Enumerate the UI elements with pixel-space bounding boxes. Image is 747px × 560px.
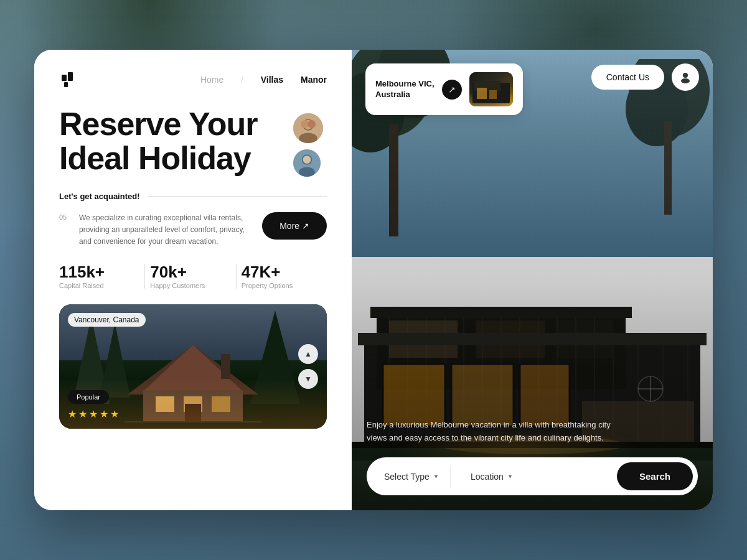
avatar-2 <box>292 148 322 178</box>
subtitle-row: Let's get acquainted! <box>59 192 327 201</box>
svg-rect-28 <box>664 121 672 215</box>
svg-rect-20 <box>221 354 230 379</box>
location-label: Location <box>471 472 504 482</box>
right-panel: Contact Us Melbourne VIC, Australia ↗ <box>352 50 713 510</box>
card-nav-up[interactable]: ▲ <box>298 344 318 364</box>
svg-rect-2 <box>64 82 68 87</box>
svg-rect-58 <box>370 307 632 318</box>
svg-rect-50 <box>520 364 570 426</box>
location-info: Melbourne VIC, Australia <box>375 79 435 100</box>
subtitle-text: Let's get acquainted! <box>59 192 140 201</box>
location-thumbnail <box>469 72 513 106</box>
stars-row: ★ ★ ★ ★ ★ <box>68 408 119 420</box>
stat-properties-value: 47K+ <box>242 263 322 281</box>
stat-capital-value: 115k+ <box>59 263 139 281</box>
star-3: ★ <box>89 408 98 420</box>
svg-point-65 <box>683 73 688 78</box>
hero-section: Reserve Your Ideal Holiday <box>59 107 327 180</box>
hero-title-line2: Ideal Holiday <box>59 141 257 175</box>
location-dropdown[interactable]: Location ▾ <box>458 465 609 488</box>
description-row: 05 We specialize in curating exceptional… <box>59 212 327 248</box>
left-panel: Home / Villas Manor Reserve Your Ideal H… <box>34 50 352 510</box>
stat-capital: 115k+ Capital Raised <box>59 263 144 290</box>
search-button[interactable]: Search <box>617 462 693 490</box>
select-type-chevron: ▾ <box>435 473 438 480</box>
svg-rect-57 <box>358 333 707 345</box>
stats-row: 115k+ Capital Raised 70k+ Happy Customer… <box>59 263 327 290</box>
bottom-section: Enjoy a luxurious Melbourne vacation in … <box>352 419 713 510</box>
property-card: Vancouver, Canada ▲ ▼ Popular ★ ★ ★ ★ ★ <box>59 304 327 429</box>
nav-villas[interactable]: Villas <box>261 75 283 85</box>
nav-links: Home / Villas Manor <box>200 75 327 85</box>
stat-properties: 47K+ Property Options <box>237 263 327 290</box>
property-location-label: Vancouver, Canada <box>68 313 146 327</box>
svg-point-11 <box>303 156 311 164</box>
logo[interactable] <box>59 70 79 90</box>
location-chevron: ▾ <box>509 473 512 480</box>
caption-text: Enjoy a luxurious Melbourne vacation in … <box>367 419 628 445</box>
svg-point-7 <box>301 120 309 128</box>
contact-button[interactable]: Contact Us <box>591 65 664 90</box>
stat-customers-label: Happy Customers <box>150 282 230 289</box>
stat-properties-label: Property Options <box>242 282 322 289</box>
thumb-window <box>477 88 487 99</box>
location-card: Melbourne VIC, Australia ↗ <box>365 63 523 115</box>
desc-number: 05 <box>59 212 70 221</box>
star-4: ★ <box>100 408 108 420</box>
location-name-line1: Melbourne VIC, <box>375 79 435 90</box>
profile-button[interactable] <box>672 63 699 91</box>
right-navbar: Contact Us <box>591 63 699 91</box>
navbar: Home / Villas Manor <box>59 70 327 90</box>
location-name-line2: Australia <box>375 90 435 100</box>
desc-text: We specialize in curating exceptional vi… <box>79 212 253 248</box>
card-nav: ▲ ▼ <box>298 344 318 389</box>
loc-thumb-img <box>469 72 513 106</box>
location-arrow-btn[interactable]: ↗ <box>442 80 462 100</box>
svg-rect-48 <box>383 364 445 426</box>
user-icon <box>679 71 692 83</box>
svg-rect-49 <box>451 364 514 426</box>
star-5: ★ <box>110 408 119 420</box>
popular-badge: Popular <box>68 390 109 404</box>
thumb-window-2 <box>489 90 497 99</box>
stat-capital-label: Capital Raised <box>59 282 139 289</box>
star-2: ★ <box>78 408 87 420</box>
more-button[interactable]: More ↗ <box>262 212 327 240</box>
nav-home[interactable]: Home <box>200 75 223 85</box>
card-nav-down[interactable]: ▼ <box>298 369 318 389</box>
svg-rect-1 <box>68 72 73 81</box>
stat-customers-value: 70k+ <box>150 263 230 281</box>
nav-manor[interactable]: Manor <box>301 75 327 85</box>
main-card: Home / Villas Manor Reserve Your Ideal H… <box>34 50 713 510</box>
select-type-dropdown[interactable]: Select Type ▾ <box>372 465 451 488</box>
subtitle-divider <box>148 196 327 197</box>
search-bar: Select Type ▾ Location ▾ Search <box>367 457 698 495</box>
select-type-label: Select Type <box>384 472 430 482</box>
hero-title-row: Reserve Your Ideal Holiday <box>59 107 327 178</box>
hero-title-line1: Reserve Your <box>59 107 257 141</box>
svg-point-8 <box>308 120 316 128</box>
stat-customers: 70k+ Happy Customers <box>145 263 235 290</box>
svg-rect-0 <box>62 75 67 81</box>
avatar-1 <box>292 112 324 144</box>
avatar-stack <box>292 112 324 178</box>
svg-point-66 <box>681 78 690 83</box>
glow-overlay <box>59 379 327 429</box>
star-1: ★ <box>68 408 77 420</box>
